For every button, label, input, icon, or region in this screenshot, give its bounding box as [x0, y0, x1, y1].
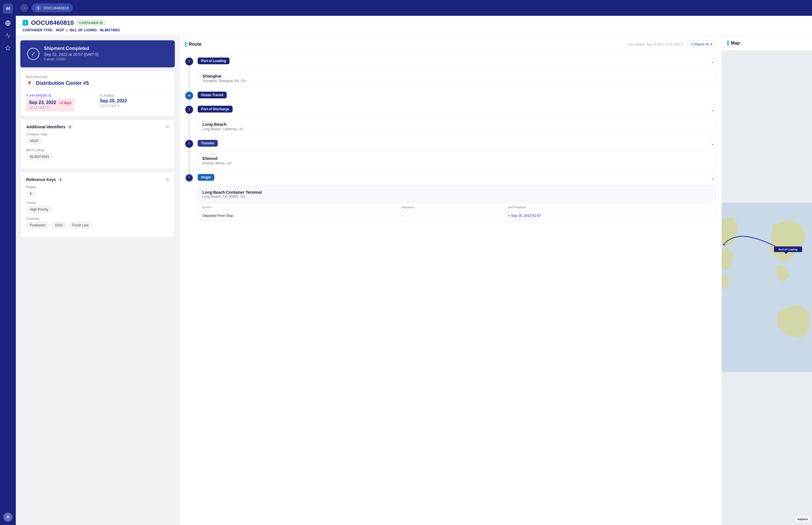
container-tab[interactable]: 1 OOCU8460810: [32, 3, 73, 12]
copy-icon[interactable]: ⧉: [166, 124, 169, 129]
map-title: Map: [727, 40, 806, 46]
origin-collapse[interactable]: ▴: [709, 175, 716, 182]
transfer-expand[interactable]: ▾: [709, 141, 716, 148]
banner-text: Shipment Completed Sep 22, 2022 at 20:57…: [44, 46, 99, 62]
additional-identifiers-card: Additional Identifiers 2 ⧉ Container Typ…: [20, 120, 175, 169]
container-type-tag: 45GP: [26, 138, 42, 144]
page-subtitle: CONTAINER TYPE: 45GP | BILL OF LADING: B…: [22, 28, 805, 32]
bill-of-lading-field-label: Bill of Lading: [26, 148, 169, 152]
predicted-time: 12:16 GMT-5: [29, 106, 72, 110]
planned-col-header: Planned: [397, 203, 503, 211]
ocean-transit-info-icon[interactable]: ℹ: [227, 94, 231, 99]
port-of-loading-expand[interactable]: ▾: [709, 59, 716, 66]
page-header: 1 OOCU8460810 CONTAINER ID CONTAINER TYP…: [16, 16, 812, 36]
events-table: Event Planned p44 Predicts Departed From: [198, 203, 716, 221]
date-late-badge: +2 days: [59, 101, 72, 105]
event-row-0: Departed From Stop - ✦ Sep 16, 2022 01:5…: [198, 211, 716, 221]
reference-keys-count: 3: [58, 178, 63, 182]
sidebar-icon-star[interactable]: [3, 43, 13, 53]
container-type-value: 45GP: [56, 28, 64, 32]
map-header: Map: [722, 36, 812, 51]
route-stop-origin: 📍 Origin ▴ Long Beach Container Terminal: [185, 174, 716, 225]
port-of-loading-sub: Shanghai, Shanghai Shi, CN: [202, 79, 711, 83]
origin-location-name: Long Beach Container Terminal: [202, 190, 711, 195]
page-title: OOCU8460810: [31, 19, 74, 27]
last-update: Last Update: Sep 23 2022 14:35 GMT-5: [628, 43, 683, 46]
region-tag: 5: [26, 190, 35, 197]
event-col-header: Event: [198, 203, 397, 211]
bill-of-lading-value: BL98374563: [100, 28, 120, 32]
sidebar-icon-chart[interactable]: [3, 30, 13, 41]
route-content: 📍 Port of Loading ▾ Shanghai: [180, 53, 722, 230]
route-title: Route: [185, 42, 201, 47]
predicted-date: Sep 23, 2022 +2 days: [29, 100, 72, 105]
port-of-loading-name: Shanghai: [202, 74, 711, 78]
svg-point-3: [7, 516, 9, 517]
sidebar-logo: 44: [3, 3, 13, 14]
customer-label: Customer: [26, 217, 169, 220]
timeline-dot-2: 📍: [185, 140, 193, 148]
svg-point-8: [723, 243, 725, 246]
additional-identifiers-count: 2: [67, 125, 73, 129]
left-panel: ✓ Shipment Completed Sep 22, 2022 at 20:…: [16, 36, 179, 525]
banner-date: Sep 22, 2022 at 20:57 (GMT-5): [44, 52, 99, 57]
port-of-discharge-expand[interactable]: ▾: [709, 107, 716, 114]
port-of-discharge-sub: Long Beach, California, US: [202, 127, 711, 131]
chevron-down-icon: ▾: [710, 42, 712, 46]
svg-text:Port of Loading: Port of Loading: [779, 248, 798, 251]
priority-label: Priority: [26, 201, 169, 205]
route-stop-ocean-transit: 🚢 Ocean Transit ℹ: [185, 92, 716, 106]
container-type-field-label: Container Type: [26, 133, 169, 136]
sidebar-bottom: [3, 513, 12, 522]
route-stop-transfer: 📍 Transfer ▾ Elwood Elwood, I: [185, 140, 716, 174]
collapse-all-button[interactable]: Collapse All ▾: [687, 40, 716, 48]
shipment-banner: ✓ Shipment Completed Sep 22, 2022 at 20:…: [20, 40, 175, 68]
map-panel: Map: [722, 36, 812, 525]
timeline-dot-ocean: 🚢: [185, 92, 193, 100]
planned-label: PLANNED: [100, 94, 115, 97]
event-planned: -: [397, 211, 503, 221]
route-panel: Route Last Update: Sep 23 2022 14:35 GMT…: [179, 36, 722, 525]
priority-tag: High Priority: [26, 206, 52, 213]
timeline-dot-0: 📍: [185, 58, 193, 65]
svg-marker-2: [6, 46, 11, 50]
route-stop-port-of-discharge: 📍 Port of Discharge ▾ Long Beach: [185, 106, 716, 140]
timeline-dot-1: 📍: [185, 106, 193, 114]
transfer-name: Elwood: [202, 156, 711, 161]
container-tab-number: 1: [35, 5, 41, 11]
container-id-badge: CONTAINER ID: [77, 20, 106, 25]
planned-date: Sep 20, 2022: [100, 99, 169, 104]
ocean-transit-badge: Ocean Transit: [198, 92, 227, 99]
customer-tag-0: Footlocker: [26, 222, 49, 229]
origin-badge: Origin: [198, 174, 214, 181]
container-type-label: CONTAINER TYPE:: [22, 28, 53, 32]
region-label: Region: [26, 185, 169, 189]
topbar: ‹ 1 OOCU8460810: [16, 0, 812, 16]
route-stop-port-of-loading: 📍 Port of Loading ▾ Shanghai: [185, 58, 716, 92]
container-tab-id: OOCU8460810: [43, 6, 69, 10]
transfer-badge: Transfer: [198, 140, 218, 147]
p44-label: ✦ p44 PREDICTS: [26, 94, 51, 97]
port-of-loading-badge: Port of Loading: [198, 58, 229, 64]
additional-identifiers-title: Additional Identifiers 2: [26, 125, 73, 129]
planned-time: 19:57 GMT-5: [100, 104, 169, 108]
event-p44: ✦ Sep 16, 2022 01:57: [503, 211, 716, 221]
port-of-discharge-badge: Port of Discharge: [198, 106, 232, 112]
transfer-sub: Elwood, Illinois, US: [202, 161, 711, 165]
sidebar: 44: [0, 0, 16, 525]
mapbox-logo: mapbox: [796, 517, 810, 522]
copy-ref-icon[interactable]: ⧉: [166, 177, 169, 182]
sidebar-icon-globe[interactable]: [3, 18, 13, 28]
sidebar-avatar[interactable]: [3, 513, 12, 522]
origin-location-sub: Long Beach, CA, 90802, US: [202, 195, 711, 198]
bill-of-lading-tag: BL98374563: [26, 153, 53, 160]
back-button[interactable]: ‹: [20, 4, 28, 12]
banner-title: Shipment Completed: [44, 46, 99, 51]
reference-keys-title: Reference Keys 3: [26, 177, 63, 182]
timeline-dot-origin: 📍: [185, 174, 193, 182]
destination-icon: 📍: [26, 81, 32, 87]
bill-of-lading-label: BILL OF LADING:: [70, 28, 98, 32]
map-container: Port of Loading mapbox: [722, 51, 812, 524]
customer-tag-1: DSG: [51, 222, 66, 229]
destination-label: DESTINATION: [26, 76, 169, 79]
